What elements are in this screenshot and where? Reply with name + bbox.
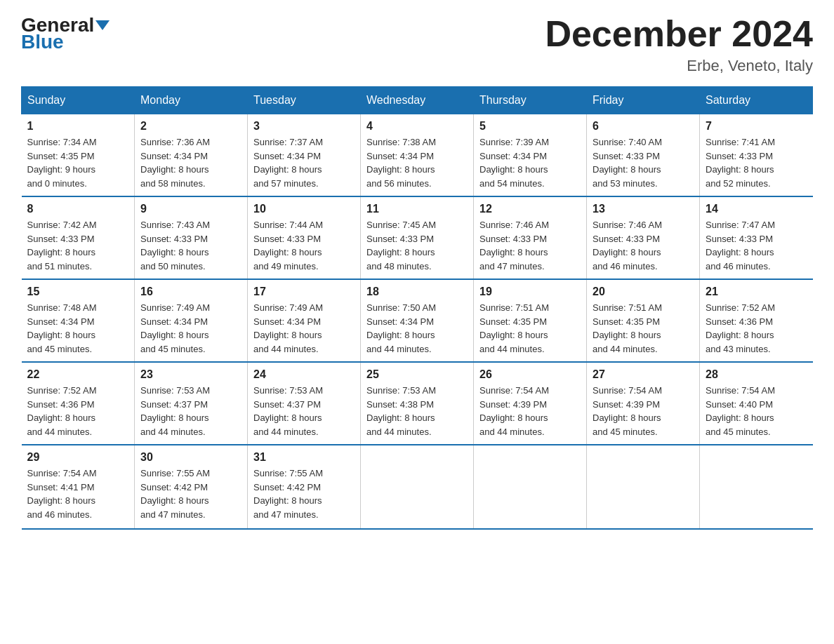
day-number: 28 [706,368,807,381]
day-info: Sunrise: 7:50 AM Sunset: 4:34 PM Dayligh… [366,301,468,356]
calendar-cell: 4Sunrise: 7:38 AM Sunset: 4:34 PM Daylig… [361,114,474,197]
day-info: Sunrise: 7:38 AM Sunset: 4:34 PM Dayligh… [366,135,468,190]
title-block: December 2024 Erbe, Veneto, Italy [545,14,813,75]
calendar-cell: 11Sunrise: 7:45 AM Sunset: 4:33 PM Dayli… [361,196,474,279]
calendar-cell: 1Sunrise: 7:34 AM Sunset: 4:35 PM Daylig… [22,114,135,197]
day-number: 1 [27,120,129,133]
day-number: 6 [593,120,694,133]
day-number: 15 [27,286,129,298]
calendar-dow-friday: Friday [587,87,700,114]
day-info: Sunrise: 7:54 AM Sunset: 4:39 PM Dayligh… [593,384,694,438]
page-header: General Blue December 2024 Erbe, Veneto,… [21,14,813,75]
day-info: Sunrise: 7:43 AM Sunset: 4:33 PM Dayligh… [140,218,241,273]
day-number: 25 [366,368,468,381]
calendar-cell [474,445,587,529]
day-number: 16 [140,286,241,298]
day-number: 30 [140,451,241,464]
calendar-cell: 29Sunrise: 7:54 AM Sunset: 4:41 PM Dayli… [22,445,135,529]
calendar-cell: 27Sunrise: 7:54 AM Sunset: 4:39 PM Dayli… [587,362,700,445]
day-info: Sunrise: 7:53 AM Sunset: 4:37 PM Dayligh… [140,384,241,438]
calendar-week-row: 29Sunrise: 7:54 AM Sunset: 4:41 PM Dayli… [22,445,813,529]
day-number: 19 [479,286,581,298]
calendar-cell: 13Sunrise: 7:46 AM Sunset: 4:33 PM Dayli… [587,196,700,279]
day-number: 20 [593,286,694,298]
day-info: Sunrise: 7:48 AM Sunset: 4:34 PM Dayligh… [27,301,129,356]
day-info: Sunrise: 7:46 AM Sunset: 4:33 PM Dayligh… [593,218,694,273]
day-info: Sunrise: 7:46 AM Sunset: 4:33 PM Dayligh… [479,218,581,273]
day-number: 7 [706,120,807,133]
calendar-cell: 3Sunrise: 7:37 AM Sunset: 4:34 PM Daylig… [248,114,361,197]
day-number: 13 [593,203,694,215]
day-info: Sunrise: 7:52 AM Sunset: 4:36 PM Dayligh… [27,384,129,438]
day-info: Sunrise: 7:54 AM Sunset: 4:39 PM Dayligh… [479,384,581,438]
day-info: Sunrise: 7:52 AM Sunset: 4:36 PM Dayligh… [706,301,807,356]
calendar-cell: 6Sunrise: 7:40 AM Sunset: 4:33 PM Daylig… [587,114,700,197]
day-info: Sunrise: 7:44 AM Sunset: 4:33 PM Dayligh… [253,218,355,273]
day-info: Sunrise: 7:53 AM Sunset: 4:37 PM Dayligh… [253,384,355,438]
calendar-week-row: 15Sunrise: 7:48 AM Sunset: 4:34 PM Dayli… [22,279,813,362]
day-number: 26 [479,368,581,381]
calendar-cell: 21Sunrise: 7:52 AM Sunset: 4:36 PM Dayli… [700,279,813,362]
day-number: 8 [27,203,129,215]
calendar-cell: 9Sunrise: 7:43 AM Sunset: 4:33 PM Daylig… [135,196,248,279]
calendar-dow-wednesday: Wednesday [361,87,474,114]
calendar-week-row: 8Sunrise: 7:42 AM Sunset: 4:33 PM Daylig… [22,196,813,279]
day-number: 18 [366,286,468,298]
day-info: Sunrise: 7:55 AM Sunset: 4:42 PM Dayligh… [140,467,241,521]
calendar-cell: 30Sunrise: 7:55 AM Sunset: 4:42 PM Dayli… [135,445,248,529]
day-info: Sunrise: 7:40 AM Sunset: 4:33 PM Dayligh… [593,135,694,190]
calendar-week-row: 1Sunrise: 7:34 AM Sunset: 4:35 PM Daylig… [22,114,813,197]
day-number: 23 [140,368,241,381]
calendar-table: SundayMondayTuesdayWednesdayThursdayFrid… [21,86,813,530]
day-info: Sunrise: 7:39 AM Sunset: 4:34 PM Dayligh… [479,135,581,190]
day-info: Sunrise: 7:54 AM Sunset: 4:41 PM Dayligh… [27,467,129,521]
day-number: 4 [366,120,468,133]
calendar-cell: 20Sunrise: 7:51 AM Sunset: 4:35 PM Dayli… [587,279,700,362]
calendar-cell: 25Sunrise: 7:53 AM Sunset: 4:38 PM Dayli… [361,362,474,445]
day-info: Sunrise: 7:49 AM Sunset: 4:34 PM Dayligh… [253,301,355,356]
day-number: 17 [253,286,355,298]
day-number: 12 [479,203,581,215]
logo-triangle-icon [95,20,110,30]
calendar-cell: 26Sunrise: 7:54 AM Sunset: 4:39 PM Dayli… [474,362,587,445]
calendar-cell: 24Sunrise: 7:53 AM Sunset: 4:37 PM Dayli… [248,362,361,445]
day-number: 9 [140,203,241,215]
day-number: 10 [253,203,355,215]
day-number: 3 [253,120,355,133]
day-info: Sunrise: 7:51 AM Sunset: 4:35 PM Dayligh… [593,301,694,356]
calendar-dow-tuesday: Tuesday [248,87,361,114]
calendar-cell: 12Sunrise: 7:46 AM Sunset: 4:33 PM Dayli… [474,196,587,279]
calendar-cell: 8Sunrise: 7:42 AM Sunset: 4:33 PM Daylig… [22,196,135,279]
calendar-week-row: 22Sunrise: 7:52 AM Sunset: 4:36 PM Dayli… [22,362,813,445]
day-info: Sunrise: 7:34 AM Sunset: 4:35 PM Dayligh… [27,135,129,190]
calendar-cell [700,445,813,529]
day-info: Sunrise: 7:54 AM Sunset: 4:40 PM Dayligh… [706,384,807,438]
day-info: Sunrise: 7:51 AM Sunset: 4:35 PM Dayligh… [479,301,581,356]
calendar-cell: 18Sunrise: 7:50 AM Sunset: 4:34 PM Dayli… [361,279,474,362]
calendar-cell: 15Sunrise: 7:48 AM Sunset: 4:34 PM Dayli… [22,279,135,362]
day-info: Sunrise: 7:37 AM Sunset: 4:34 PM Dayligh… [253,135,355,190]
calendar-cell: 7Sunrise: 7:41 AM Sunset: 4:33 PM Daylig… [700,114,813,197]
day-number: 31 [253,451,355,464]
day-info: Sunrise: 7:42 AM Sunset: 4:33 PM Dayligh… [27,218,129,273]
main-title: December 2024 [545,14,813,54]
day-number: 11 [366,203,468,215]
calendar-cell: 16Sunrise: 7:49 AM Sunset: 4:34 PM Dayli… [135,279,248,362]
day-info: Sunrise: 7:36 AM Sunset: 4:34 PM Dayligh… [140,135,241,190]
day-info: Sunrise: 7:53 AM Sunset: 4:38 PM Dayligh… [366,384,468,438]
calendar-header-row: SundayMondayTuesdayWednesdayThursdayFrid… [22,87,813,114]
day-number: 27 [593,368,694,381]
logo-blue-text: Blue [21,31,64,53]
logo: General Blue [21,14,111,53]
calendar-cell: 10Sunrise: 7:44 AM Sunset: 4:33 PM Dayli… [248,196,361,279]
calendar-cell [587,445,700,529]
calendar-cell: 19Sunrise: 7:51 AM Sunset: 4:35 PM Dayli… [474,279,587,362]
calendar-cell: 31Sunrise: 7:55 AM Sunset: 4:42 PM Dayli… [248,445,361,529]
calendar-cell [361,445,474,529]
subtitle: Erbe, Veneto, Italy [545,57,813,75]
calendar-dow-monday: Monday [135,87,248,114]
day-number: 14 [706,203,807,215]
calendar-cell: 17Sunrise: 7:49 AM Sunset: 4:34 PM Dayli… [248,279,361,362]
calendar-cell: 22Sunrise: 7:52 AM Sunset: 4:36 PM Dayli… [22,362,135,445]
day-number: 22 [27,368,129,381]
